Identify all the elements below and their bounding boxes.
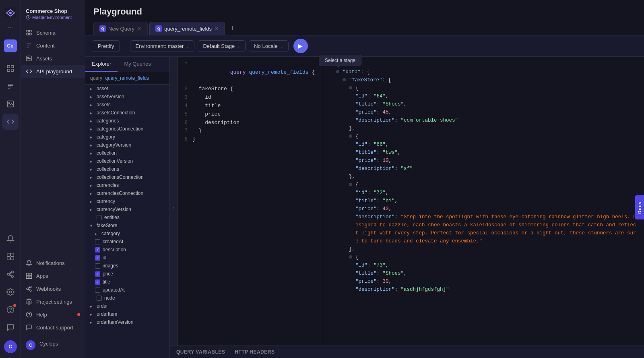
tree-checkbox-updatedAt[interactable]	[95, 288, 100, 293]
bottom-tab-http-headers[interactable]: HTTP HEADERS	[235, 349, 275, 355]
collapse-dot-3[interactable]	[343, 78, 346, 81]
tree-item-title[interactable]: title	[85, 278, 169, 286]
sidebar-item-schema[interactable]: Schema	[21, 26, 85, 39]
tree-item-collectionsConnection[interactable]: collectionsConnection	[85, 173, 169, 181]
collapse-dot-item2[interactable]	[349, 135, 352, 138]
tree-item-collection[interactable]: collection	[85, 149, 169, 157]
code-editor[interactable]: 1 query query_remote_fields { 2 fakeStor…	[178, 57, 323, 358]
tree-label-collection: collection	[97, 150, 117, 156]
tree-checkbox-node[interactable]	[97, 296, 102, 301]
tree-item-assets[interactable]: assets	[85, 101, 169, 109]
tree-label-asset: asset	[97, 86, 108, 91]
tab-query-remote-fields[interactable]: Q query_remote_fields ×	[149, 22, 225, 35]
schema-icon-nav[interactable]	[2, 60, 19, 77]
json-key-fakeStore: "fakeStore"	[349, 76, 382, 84]
tab-my-queries[interactable]: My Queries	[118, 57, 157, 72]
sidebar-item-project-settings[interactable]: Project settings	[21, 295, 85, 308]
tab-new-query[interactable]: Q New Query ×	[93, 22, 148, 35]
sidebar-item-apps[interactable]: Apps	[21, 269, 85, 282]
logo[interactable]	[2, 5, 19, 21]
tree-item-orderItem[interactable]: orderItem	[85, 310, 169, 318]
sidebar-item-cyclops[interactable]: C Cyclops	[21, 334, 85, 353]
tree-item-assetsConnection[interactable]: assetsConnection	[85, 109, 169, 117]
more-options[interactable]: ···	[8, 24, 13, 31]
sidebar-item-webhooks[interactable]: Webhooks	[21, 282, 85, 295]
tabs-bar: Q New Query × Q query_remote_fields × +	[93, 22, 636, 35]
tree-item-orderItemVersion[interactable]: orderItemVersion	[85, 318, 169, 326]
tree-item-categoriesConnection[interactable]: categoriesConnection	[85, 125, 169, 133]
bottom-tab-query-variables[interactable]: QUERY VARIABLES	[176, 349, 225, 355]
tree-item-category-child[interactable]: category	[85, 230, 169, 238]
tree-item-category[interactable]: category	[85, 133, 169, 141]
add-tab-button[interactable]: +	[227, 23, 238, 34]
api-playground-icon-nav[interactable]	[2, 114, 19, 130]
project-avatar[interactable]: Co	[4, 39, 17, 52]
user-avatar[interactable]: C	[4, 340, 17, 353]
contact-support-icon-nav[interactable]	[2, 319, 19, 335]
code-line-2: 2 fakeStore {	[178, 85, 323, 93]
run-button[interactable]: ▶	[293, 39, 308, 53]
collapse-dot-item4[interactable]	[349, 255, 352, 259]
tree-arrow-order	[90, 304, 94, 308]
sidebar-item-contact-support[interactable]: Contact support	[21, 321, 85, 334]
tree-item-currenciesConnection[interactable]: currenciesConnection	[85, 189, 169, 197]
tree-item-id[interactable]: id	[85, 254, 169, 262]
sidebar-item-help[interactable]: Help	[21, 308, 85, 321]
svg-point-13	[7, 306, 14, 313]
tab-close-new-query[interactable]: ×	[137, 26, 142, 31]
apps-icon-nav[interactable]	[2, 248, 19, 265]
project-settings-icon-nav[interactable]	[2, 284, 19, 300]
result-item-2-open: {	[349, 132, 638, 141]
tree-checkbox-images[interactable]	[95, 263, 100, 269]
project-environment[interactable]: Master Environment	[26, 15, 80, 20]
help-icon-nav[interactable]	[2, 302, 19, 318]
tab-explorer[interactable]: Explorer	[85, 57, 118, 72]
sidebar-item-notifications[interactable]: Notifications	[21, 257, 85, 269]
tree-item-images[interactable]: images	[85, 262, 169, 270]
tree-item-price[interactable]: price	[85, 270, 169, 278]
tree-label-description: description	[103, 247, 126, 252]
tree-checkbox-description[interactable]	[95, 247, 100, 252]
default-stage-dropdown[interactable]: Default Stage ⌄	[198, 40, 246, 52]
webhooks-icon-nav[interactable]	[2, 266, 19, 282]
tab-close-remote-fields[interactable]: ×	[214, 26, 219, 31]
content-icon-nav[interactable]	[2, 78, 19, 94]
tree-item-assetVersion[interactable]: assetVersion	[85, 93, 169, 101]
tree-item-entities[interactable]: entities	[85, 213, 169, 221]
collapse-dot-item1[interactable]	[349, 86, 352, 89]
tree-item-currencyVersion[interactable]: currencyVersion	[85, 205, 169, 213]
tree-item-fakeStore[interactable]: fakeStore	[85, 221, 169, 230]
tree-item-collections[interactable]: collections	[85, 165, 169, 173]
tree-item-currency[interactable]: currency	[85, 197, 169, 205]
tree-checkbox-entities[interactable]	[97, 215, 102, 220]
collapse-toggle[interactable]: ‹	[170, 57, 178, 358]
tree-item-categories[interactable]: categories	[85, 117, 169, 125]
no-locale-dropdown[interactable]: No Locale ⌄	[249, 40, 289, 52]
sidebar-item-content[interactable]: Content	[21, 39, 85, 52]
tree-checkbox-title[interactable]	[95, 279, 100, 285]
tree-item-asset[interactable]: asset	[85, 85, 169, 93]
tree-checkbox-price[interactable]	[95, 271, 100, 277]
tree-checkbox-id[interactable]	[95, 255, 100, 261]
tree-label-categoryVersion: categoryVersion	[97, 142, 131, 148]
tree-item-categoryVersion[interactable]: categoryVersion	[85, 141, 169, 149]
environment-dropdown[interactable]: Environment: master ⌄	[130, 40, 194, 52]
collapse-dot-item3[interactable]	[349, 183, 352, 186]
tree-item-collectionVersion[interactable]: collectionVersion	[85, 157, 169, 165]
assets-icon-nav[interactable]	[2, 96, 19, 112]
sidebar-item-assets[interactable]: Assets	[21, 52, 85, 65]
tree-checkbox-createdAt[interactable]	[95, 239, 100, 244]
tree-item-description[interactable]: description	[85, 246, 169, 254]
tree-item-updatedAt[interactable]: updatedAt	[85, 286, 169, 294]
prettify-button[interactable]: Prettify	[92, 40, 120, 52]
collapse-dot-2[interactable]	[336, 70, 339, 73]
tree-item-createdAt[interactable]: createdAt	[85, 238, 169, 246]
sidebar-item-api-playground[interactable]: API playground	[21, 65, 85, 78]
tree-item-node[interactable]: node	[85, 294, 169, 302]
code-line-1: 1 query query_remote_fields {	[178, 60, 323, 85]
tree-item-order[interactable]: order	[85, 302, 169, 310]
docs-sidebar[interactable]: Docs	[635, 195, 644, 219]
notifications-icon-nav[interactable]	[2, 231, 19, 247]
tree-item-currencies[interactable]: currencies	[85, 181, 169, 189]
result-panel: { "data": { "fakeStore": [	[323, 57, 644, 358]
